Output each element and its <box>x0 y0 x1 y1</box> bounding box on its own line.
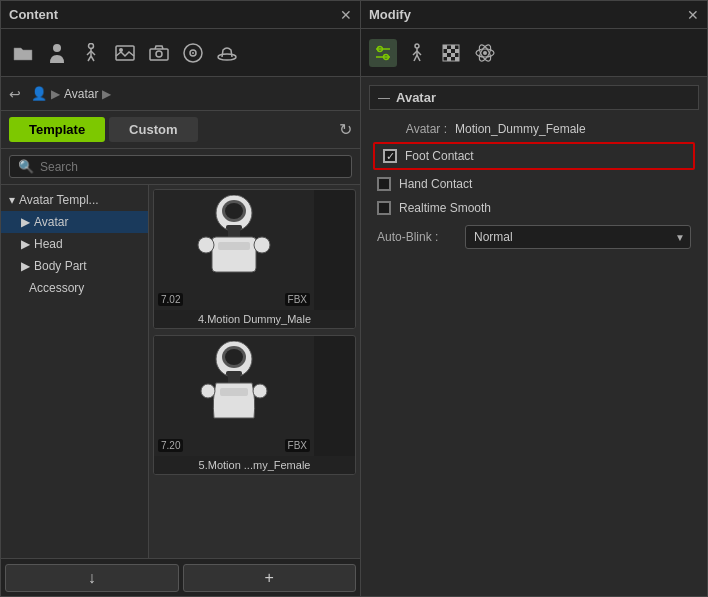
tree-item-head-arrow: ▶ <box>21 237 30 251</box>
items-panel: 7.02 FBX 4.Motion Dummy_Male <box>149 185 360 558</box>
badge-version-2: 7.20 <box>158 439 183 452</box>
svg-rect-49 <box>447 57 451 61</box>
svg-line-6 <box>91 56 94 61</box>
search-input-wrap: 🔍 <box>9 155 352 178</box>
svg-point-1 <box>89 43 94 48</box>
tree-item-accessory-label: Accessory <box>29 281 84 295</box>
atom-icon[interactable] <box>471 39 499 67</box>
tree-panel: ▾ Avatar Templ... ▶ Avatar ▶ Head ▶ Body… <box>1 185 149 558</box>
auto-blink-label: Auto-Blink : <box>377 230 457 244</box>
tabs-row: Template Custom ↻ <box>1 111 360 149</box>
hand-contact-checkbox[interactable] <box>377 177 391 191</box>
modify-section: — Avatar Avatar : Motion_Dummy_Female ✓ … <box>361 77 707 262</box>
folder-icon[interactable] <box>9 39 37 67</box>
item-label-1: 4.Motion Dummy_Male <box>154 310 355 328</box>
list-item[interactable]: 7.20 FBX 5.Motion ...my_Female <box>153 335 356 475</box>
tree-root[interactable]: ▾ Avatar Templ... <box>1 189 148 211</box>
disc-icon[interactable] <box>179 39 207 67</box>
svg-rect-44 <box>451 45 455 49</box>
tree-item-bodypart-arrow: ▶ <box>21 259 30 273</box>
badge-format-2: FBX <box>285 439 310 452</box>
right-toolbar <box>361 29 707 77</box>
left-close-button[interactable]: ✕ <box>340 8 352 22</box>
breadcrumb: ↩ 👤 ▶ Avatar ▶ <box>1 77 360 111</box>
camera-icon[interactable] <box>145 39 173 67</box>
right-title-bar: Modify ✕ <box>361 1 707 29</box>
svg-line-41 <box>417 55 420 61</box>
left-panel: Content ✕ <box>1 1 361 596</box>
avatar-row: Avatar : Motion_Dummy_Female <box>369 118 699 140</box>
svg-point-22 <box>225 203 243 219</box>
section-collapse-btn[interactable]: — <box>378 91 390 105</box>
tree-item-avatar[interactable]: ▶ Avatar <box>1 211 148 233</box>
hand-contact-label: Hand Contact <box>399 177 472 191</box>
badge-version-1: 7.02 <box>158 293 183 306</box>
foot-contact-checkbox[interactable]: ✓ <box>383 149 397 163</box>
template-tab[interactable]: Template <box>9 117 105 142</box>
list-item[interactable]: 7.02 FBX 4.Motion Dummy_Male <box>153 189 356 329</box>
right-close-button[interactable]: ✕ <box>687 8 699 22</box>
sliders-icon[interactable] <box>369 39 397 67</box>
tree-item-head-label: Head <box>34 237 63 251</box>
svg-point-36 <box>415 44 419 48</box>
svg-point-27 <box>201 384 215 398</box>
svg-rect-43 <box>443 45 447 49</box>
svg-point-10 <box>156 51 162 57</box>
section-title: Avatar <box>396 90 436 105</box>
section-header: — Avatar <box>369 85 699 110</box>
walk-icon[interactable] <box>77 39 105 67</box>
right-panel-title: Modify <box>369 7 411 22</box>
tree-root-label: Avatar Templ... <box>19 193 99 207</box>
content-area: ▾ Avatar Templ... ▶ Avatar ▶ Head ▶ Body… <box>1 185 360 558</box>
svg-point-51 <box>483 51 487 55</box>
search-input[interactable] <box>40 160 343 174</box>
tree-item-bodypart[interactable]: ▶ Body Part <box>1 255 148 277</box>
svg-rect-48 <box>451 53 455 57</box>
svg-point-28 <box>253 384 267 398</box>
add-button[interactable]: + <box>183 564 357 592</box>
svg-point-20 <box>254 237 270 253</box>
run-icon[interactable] <box>403 39 431 67</box>
realtime-smooth-checkbox[interactable] <box>377 201 391 215</box>
breadcrumb-sep1: ▶ <box>51 87 60 101</box>
search-bar: 🔍 <box>1 149 360 185</box>
item-thumb-1: 7.02 FBX <box>154 190 314 310</box>
hat-icon[interactable] <box>213 39 241 67</box>
tree-item-avatar-label: Avatar <box>34 215 68 229</box>
breadcrumb-sep2: ▶ <box>102 87 111 101</box>
auto-blink-select[interactable]: Normal Slow Fast Off <box>465 225 691 249</box>
svg-rect-23 <box>226 225 242 230</box>
avatar-label: Avatar : <box>377 122 447 136</box>
foot-contact-row: ✓ Foot Contact <box>375 144 693 168</box>
foot-contact-checkmark: ✓ <box>386 151 395 162</box>
svg-rect-31 <box>226 371 242 376</box>
item-label-2: 5.Motion ...my_Female <box>154 456 355 474</box>
checkerboard-icon[interactable] <box>437 39 465 67</box>
image-icon[interactable] <box>111 39 139 67</box>
person-icon[interactable] <box>43 39 71 67</box>
auto-blink-row: Auto-Blink : Normal Slow Fast Off ▼ <box>369 220 699 254</box>
svg-point-19 <box>198 237 214 253</box>
svg-line-40 <box>414 55 417 61</box>
foot-contact-label: Foot Contact <box>405 149 474 163</box>
breadcrumb-person-icon: 👤 <box>31 86 47 101</box>
auto-blink-dropdown-wrap: Normal Slow Fast Off ▼ <box>465 225 691 249</box>
svg-rect-16 <box>228 229 240 237</box>
svg-rect-25 <box>228 375 240 383</box>
tree-item-head[interactable]: ▶ Head <box>1 233 148 255</box>
tab-arrow-icon[interactable]: ↻ <box>339 120 352 139</box>
realtime-smooth-row: Realtime Smooth <box>369 196 699 220</box>
down-button[interactable]: ↓ <box>5 564 179 592</box>
tree-item-accessory[interactable]: Accessory <box>1 277 148 299</box>
down-arrow-icon: ↓ <box>88 569 96 587</box>
bottom-toolbar: ↓ + <box>1 558 360 596</box>
back-button[interactable]: ↩ <box>9 86 21 102</box>
left-toolbar <box>1 29 360 77</box>
svg-rect-26 <box>220 388 248 396</box>
badge-format-1: FBX <box>285 293 310 306</box>
custom-tab[interactable]: Custom <box>109 117 197 142</box>
svg-point-30 <box>225 349 243 365</box>
svg-rect-50 <box>455 57 459 61</box>
avatar-value: Motion_Dummy_Female <box>455 122 691 136</box>
tree-item-bodypart-label: Body Part <box>34 259 87 273</box>
